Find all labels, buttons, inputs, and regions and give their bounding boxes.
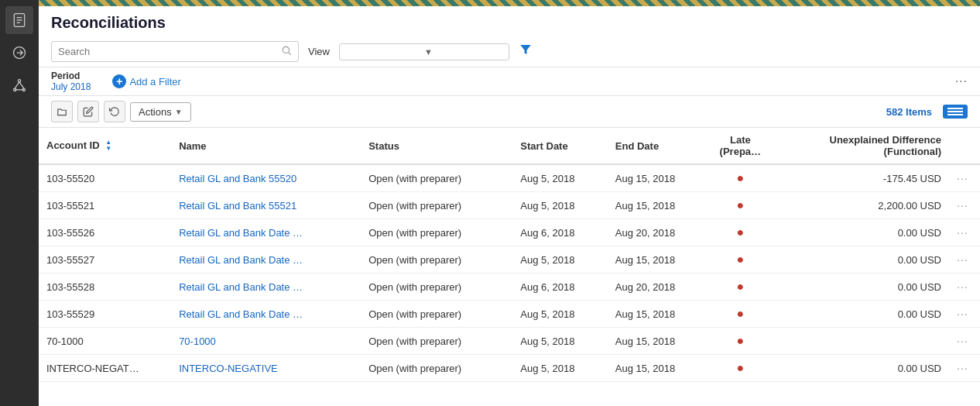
col-start-date[interactable]: Start Date [512, 128, 608, 164]
cell-name[interactable]: Retail GL and Bank Date … [171, 274, 361, 301]
cell-late[interactable]: ● [702, 246, 778, 274]
search-bar: View ▼ [39, 36, 980, 67]
cell-name[interactable]: 70-1000 [171, 328, 361, 355]
cell-diff: 0.00 USD [778, 274, 949, 301]
sort-down-icon: ▼ [105, 146, 111, 152]
late-alert-icon[interactable]: ● [737, 253, 745, 266]
cell-row-menu[interactable]: ··· [949, 219, 980, 246]
cell-row-menu[interactable]: ··· [949, 164, 980, 192]
cell-start-date: Aug 5, 2018 [512, 328, 608, 355]
edit-icon-button[interactable] [77, 101, 99, 122]
table-row: 103-55520Retail GL and Bank 55520Open (w… [39, 164, 980, 192]
grid-line-2 [947, 111, 963, 112]
cell-row-menu[interactable]: ··· [949, 246, 980, 274]
chevron-down-icon: ▼ [424, 47, 502, 57]
grid-line-1 [947, 108, 963, 109]
filter-row-more-button[interactable]: ··· [955, 74, 968, 88]
sidebar-icon-transfer[interactable] [5, 39, 33, 67]
cell-row-menu[interactable]: ··· [949, 301, 980, 328]
cell-diff: 2,200.00 USD [778, 192, 949, 219]
cell-diff [778, 328, 949, 355]
cell-late[interactable]: ● [702, 219, 778, 246]
cell-status: Open (with preparer) [361, 355, 512, 382]
cell-account-id: 103-55520 [39, 164, 171, 192]
cell-status: Open (with preparer) [361, 328, 512, 355]
cell-late[interactable]: ● [702, 301, 778, 328]
cell-name[interactable]: Retail GL and Bank Date … [171, 246, 361, 274]
cell-diff: 0.00 USD [778, 355, 949, 382]
cell-end-date: Aug 15, 2018 [608, 246, 703, 274]
table-row: 70-100070-1000Open (with preparer)Aug 5,… [39, 328, 980, 355]
cell-status: Open (with preparer) [361, 219, 512, 246]
sidebar-icon-document[interactable] [5, 6, 33, 34]
cell-diff: -175.45 USD [778, 164, 949, 192]
cell-row-menu[interactable]: ··· [949, 274, 980, 301]
cell-end-date: Aug 15, 2018 [608, 301, 703, 328]
cell-late[interactable]: ● [702, 274, 778, 301]
col-status[interactable]: Status [361, 128, 512, 164]
col-account-id[interactable]: Account ID ▲ ▼ [39, 128, 171, 164]
cell-end-date: Aug 20, 2018 [608, 219, 703, 246]
cell-name[interactable]: Retail GL and Bank 55521 [171, 192, 361, 219]
cell-late[interactable]: ● [702, 164, 778, 192]
col-diff[interactable]: Unexplained Difference(Functional) [778, 128, 949, 164]
search-input[interactable] [58, 46, 281, 57]
cell-name[interactable]: Retail GL and Bank Date … [171, 219, 361, 246]
cell-row-menu[interactable]: ··· [949, 355, 980, 382]
cell-late[interactable]: ● [702, 328, 778, 355]
cell-name[interactable]: INTERCO-NEGATIVE [171, 355, 361, 382]
late-alert-icon[interactable]: ● [737, 198, 745, 212]
sidebar-icon-network[interactable] [5, 71, 33, 99]
cell-late[interactable]: ● [702, 355, 778, 382]
cell-diff: 0.00 USD [778, 219, 949, 246]
col-late[interactable]: Late(Prepa… [702, 128, 778, 164]
cell-start-date: Aug 5, 2018 [512, 246, 608, 274]
cell-end-date: Aug 15, 2018 [608, 328, 703, 355]
late-alert-icon[interactable]: ● [737, 171, 745, 184]
svg-point-5 [18, 80, 20, 82]
filter-icon[interactable] [519, 43, 533, 60]
svg-point-11 [283, 46, 289, 53]
col-end-date[interactable]: End Date [608, 128, 703, 164]
plus-icon: + [112, 74, 126, 88]
cell-end-date: Aug 15, 2018 [608, 192, 703, 219]
late-alert-icon[interactable]: ● [737, 361, 745, 374]
folder-icon-button[interactable] [51, 101, 73, 122]
table-row: 103-55529Retail GL and Bank Date …Open (… [39, 301, 980, 328]
view-select[interactable]: ▼ [339, 43, 509, 60]
cell-name[interactable]: Retail GL and Bank 55520 [171, 164, 361, 192]
cell-status: Open (with preparer) [361, 301, 512, 328]
col-name[interactable]: Name [171, 128, 361, 164]
cell-start-date: Aug 5, 2018 [512, 192, 608, 219]
actions-label: Actions [139, 106, 172, 118]
actions-button[interactable]: Actions ▼ [130, 102, 191, 122]
table-row: 103-55528Retail GL and Bank Date …Open (… [39, 274, 980, 301]
late-alert-icon[interactable]: ● [737, 307, 745, 320]
sort-arrows-account-id[interactable]: ▲ ▼ [105, 139, 111, 152]
add-filter-button[interactable]: + Add a Filter [106, 72, 187, 91]
period-label: Period [51, 71, 91, 81]
late-alert-icon[interactable]: ● [737, 225, 745, 239]
add-filter-label: Add a Filter [129, 76, 180, 88]
cell-diff: 0.00 USD [778, 301, 949, 328]
search-icon [281, 45, 292, 58]
table-header-row: Account ID ▲ ▼ Name Status Start Date En… [39, 128, 980, 164]
cell-late[interactable]: ● [702, 192, 778, 219]
cell-start-date: Aug 5, 2018 [512, 164, 608, 192]
cell-diff: 0.00 USD [778, 246, 949, 274]
cell-row-menu[interactable]: ··· [949, 328, 980, 355]
late-alert-icon[interactable]: ● [737, 334, 745, 347]
search-input-wrap[interactable] [51, 41, 299, 62]
cell-start-date: Aug 6, 2018 [512, 219, 608, 246]
grid-view-button[interactable] [943, 105, 968, 119]
cell-start-date: Aug 5, 2018 [512, 301, 608, 328]
late-alert-icon[interactable]: ● [737, 280, 745, 293]
main-content: Reconciliations View ▼ Period Ju [39, 0, 980, 406]
cell-status: Open (with preparer) [361, 192, 512, 219]
cell-account-id: 103-55527 [39, 246, 171, 274]
svg-line-8 [15, 82, 19, 88]
cell-account-id: 103-55526 [39, 219, 171, 246]
cell-row-menu[interactable]: ··· [949, 192, 980, 219]
refresh-icon-button[interactable] [104, 101, 125, 122]
cell-name[interactable]: Retail GL and Bank Date … [171, 301, 361, 328]
